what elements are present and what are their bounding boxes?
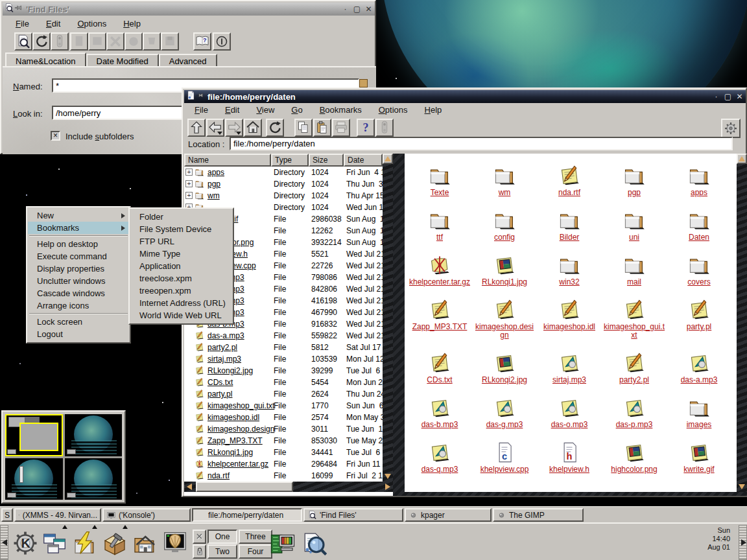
icon-item[interactable]: pgp — [603, 161, 665, 197]
panel-hide-left[interactable] — [0, 525, 8, 560]
submenu-item-internet-address-url-[interactable]: Internet Address (URL) — [130, 297, 232, 309]
find-files-menu-file[interactable]: File — [16, 19, 29, 29]
file-name[interactable]: party.pl — [208, 390, 232, 399]
scroll-right-button[interactable] — [383, 482, 393, 492]
icon-item[interactable]: nda.rtf — [538, 161, 600, 197]
icon-item[interactable]: kimageshop.idl — [538, 296, 600, 340]
toolbar-back-button[interactable] — [206, 119, 224, 137]
expand-icon[interactable]: + — [185, 192, 193, 199]
icon-item[interactable]: RLkonqi2.jpg — [473, 349, 536, 384]
close-button[interactable]: ✕ — [364, 5, 374, 14]
icon-item[interactable]: CDs.txt — [409, 349, 471, 384]
icon-item[interactable]: sirtaj.mp3 — [538, 349, 600, 384]
launcher-k-menu[interactable]: K — [11, 529, 40, 557]
menu-item-cascade-windows[interactable]: Cascade windows — [28, 287, 129, 299]
table-row[interactable]: RLkongi2.jpgFile39299Tue Jul 6 15: — [184, 365, 383, 377]
desktop-button-four[interactable]: Four — [239, 544, 272, 559]
icon-item[interactable]: khelpcenter.tar.gz — [409, 251, 471, 286]
file-name[interactable]: CDs.txt — [208, 378, 233, 387]
table-row[interactable]: kimageshop_gui.txtFile1770Sun Jun 6 14 — [184, 400, 383, 412]
file-name[interactable]: das-a.mp3 — [208, 331, 244, 340]
task-button-1[interactable]: (XMMS - 49. Nirvan... — [14, 508, 101, 522]
toolbar-reload-button[interactable] — [266, 119, 284, 137]
scroll-left-button[interactable] — [184, 482, 195, 492]
toolbar-forward-button[interactable] — [225, 119, 243, 137]
icon-item[interactable]: Zapp_MP3.TXT — [409, 296, 471, 340]
icon-item[interactable]: mail — [603, 251, 665, 286]
toolbar-help-button[interactable]: ? — [357, 119, 375, 137]
table-row[interactable]: sirtaj.mp3File103539Mon Jul 12 16 — [184, 353, 383, 365]
task-button-2[interactable]: ('Konsole') — [102, 508, 191, 522]
file-name[interactable]: khelpcenter.tar.gz — [208, 460, 268, 469]
menu-item-unclutter-windows[interactable]: Unclutter windows — [28, 275, 129, 287]
table-row[interactable]: das-a.mp3File559822Wed Jul 21 21 — [184, 330, 383, 342]
icon-item[interactable]: das-a.mp3 — [668, 349, 730, 384]
file-name[interactable]: kimageshop.design — [208, 425, 274, 434]
submenu-item-application[interactable]: Application — [130, 260, 232, 272]
pager-desktop-1[interactable] — [5, 414, 63, 456]
table-row[interactable]: nda.rtfFile16099Fri Jul 2 18:1 — [184, 470, 383, 482]
icon-item[interactable]: highcolor.png — [603, 438, 665, 474]
pager-desktop-3[interactable] — [5, 458, 63, 500]
icon-item[interactable]: ckhelpview.cpp — [473, 438, 536, 474]
icon-item[interactable]: Bilder — [538, 206, 600, 242]
toolbar-stop-light-button[interactable] — [51, 32, 69, 51]
panel-hide-right[interactable] — [739, 525, 747, 560]
toolbar-help-book-button[interactable]: ? — [193, 32, 211, 51]
task-button-5[interactable]: kpager — [405, 508, 492, 522]
minimize-button[interactable]: · — [340, 5, 350, 14]
file-manager-menu-go[interactable]: Go — [291, 105, 302, 115]
icon-item[interactable]: wm — [473, 161, 536, 197]
file-manager-titlebar[interactable]: file:/home/perry/daten ·▢✕ — [184, 90, 746, 103]
tree-horizontal-scrollbar[interactable] — [184, 482, 393, 492]
table-row[interactable]: +appsDirectory1024Fri Jun 4 17:2 — [184, 167, 383, 178]
table-row[interactable]: +wmDirectory1024Thu Apr 15 17 — [184, 190, 383, 202]
tab-name-location[interactable]: Name&Location — [5, 52, 86, 67]
desktop-button-two[interactable]: Two — [208, 544, 237, 559]
menu-item-bookmarks[interactable]: Bookmarks — [28, 222, 129, 234]
toolbar-circle-button[interactable] — [124, 32, 143, 51]
file-manager-menu-options[interactable]: Options — [379, 105, 408, 115]
file-name[interactable]: RLkonqi1.jpg — [208, 448, 253, 457]
panel-logout-button[interactable] — [193, 530, 206, 544]
sticky-pin-icon[interactable] — [14, 3, 23, 15]
pager-desktop-4[interactable] — [65, 458, 123, 500]
submenu-item-file-system-device[interactable]: File System Device — [130, 223, 232, 235]
file-manager-menu-file[interactable]: File — [195, 105, 208, 115]
table-row[interactable]: khelpcenter.tar.gzFile296484Fri Jun 11 2… — [184, 458, 383, 470]
submenu-item-world-wide-web-url[interactable]: World Wide Web URL — [130, 309, 232, 321]
icon-item[interactable]: win32 — [538, 251, 600, 286]
toolbar-square-button[interactable] — [88, 32, 106, 51]
file-manager-menu-edit[interactable]: Edit — [225, 105, 239, 115]
menu-item-arrange-icons[interactable]: Arrange icons — [28, 299, 129, 312]
toolbar-reload-button[interactable] — [32, 32, 51, 51]
tree-vertical-scrollbar[interactable] — [383, 154, 393, 482]
icon-item[interactable]: uni — [603, 206, 665, 242]
file-name[interactable]: Zapp_MP3.TXT — [208, 436, 263, 445]
column-header-type[interactable]: Type — [271, 154, 309, 167]
scrollbar-thumb[interactable] — [196, 482, 293, 492]
toolbar-paste-button[interactable] — [313, 119, 331, 137]
find-files-titlebar[interactable]: 'Find Files' ·▢✕ — [3, 3, 375, 16]
file-name[interactable]: apps — [208, 168, 224, 177]
scroll-down-button[interactable] — [383, 471, 393, 482]
toolbar-print-button[interactable] — [332, 119, 350, 137]
task-button-4[interactable]: 'Find Files' — [303, 508, 403, 522]
toolbar-info-button[interactable] — [213, 32, 231, 51]
table-row[interactable]: +pgpDirectory1024Thu Jun 3 19 — [184, 178, 383, 190]
toolbar-save-button[interactable] — [161, 32, 179, 51]
icon-item[interactable]: RLkonqi1.jpg — [473, 251, 536, 286]
panel-lock-button[interactable] — [193, 544, 206, 559]
launcher-toolbox[interactable] — [101, 529, 129, 557]
icon-item[interactable]: images — [668, 393, 730, 429]
menu-item-logout[interactable]: Logout — [28, 328, 129, 340]
table-row[interactable]: kimageshop.designFile3011Tue Jun 1 15 — [184, 423, 383, 435]
column-header-date[interactable]: Date — [344, 154, 383, 167]
named-history-button[interactable] — [359, 79, 368, 88]
table-row[interactable]: kimageshop.idlFile2574Mon May 31 1 — [184, 412, 383, 423]
toolbar-stop-light-button[interactable] — [375, 119, 394, 137]
launcher-find-tool[interactable] — [300, 529, 328, 557]
menu-item-help-on-desktop[interactable]: Help on desktop — [28, 238, 129, 250]
icon-item[interactable]: party.pl — [668, 296, 730, 340]
menu-item-execute-command[interactable]: Execute command — [28, 250, 129, 262]
